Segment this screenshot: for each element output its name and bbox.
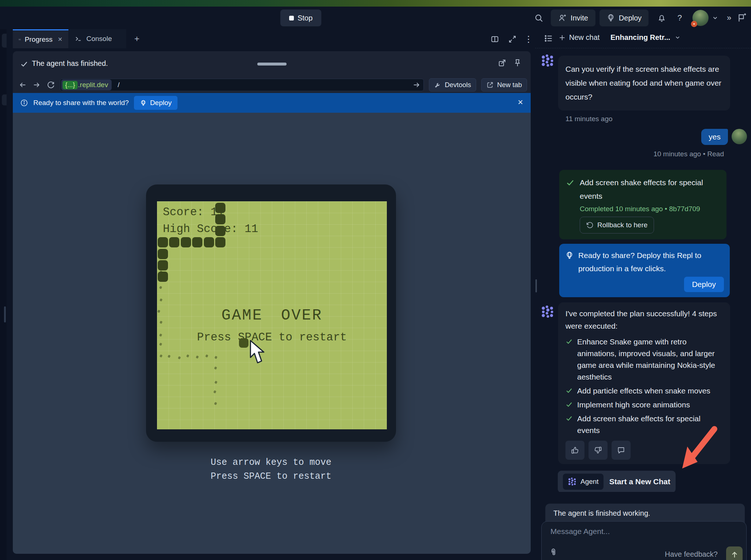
snake-segment [169, 237, 179, 247]
step-check-icon [565, 387, 573, 394]
send-button[interactable] [726, 546, 743, 560]
completed-task-card: Add screen shake effects for special eve… [559, 170, 726, 239]
devtools-button[interactable]: Devtools [429, 78, 476, 92]
particle [196, 355, 199, 359]
sidebar-resize-handle[interactable] [4, 306, 6, 322]
double-chevron-label: » [727, 13, 731, 23]
pin-icon[interactable] [513, 59, 522, 67]
replit-workspace: Stop Invite Deploy ? ✦ » [0, 0, 751, 560]
attachment-paperclip-icon[interactable] [549, 548, 558, 557]
avatar[interactable]: ✦ [692, 10, 709, 26]
split-view-icon[interactable] [487, 33, 502, 45]
open-new-tab-button[interactable]: New tab [481, 78, 527, 92]
deploy-icon [565, 251, 574, 260]
check-icon [20, 60, 28, 68]
banner-deploy-button[interactable]: Deploy [134, 96, 178, 110]
new-tab-button[interactable]: + [129, 29, 145, 48]
completed-steps-list: Enhance Snake game with retro animations… [565, 336, 722, 436]
banner-close-icon[interactable]: ✕ [518, 98, 523, 107]
new-thread-flag-icon[interactable] [735, 10, 749, 26]
back-icon[interactable] [19, 81, 27, 89]
deploy-button[interactable]: Deploy [599, 10, 649, 26]
thumbs-down-button[interactable] [589, 441, 608, 460]
banner-message: Ready to share with the world? [33, 99, 129, 107]
notifications-bell-icon[interactable] [654, 10, 669, 26]
particle [205, 354, 208, 358]
step-text: Add particle effects when snake moves [577, 385, 717, 397]
invite-person-icon [558, 14, 567, 22]
have-feedback-link[interactable]: Have feedback? [665, 550, 718, 559]
deploy-label: Deploy [619, 14, 642, 22]
game-screen[interactable]: Score: 11 High Score: 11 GAME OVER Press… [157, 201, 387, 429]
account-chevron-down-icon[interactable] [711, 10, 720, 26]
stop-button[interactable]: Stop [280, 10, 321, 26]
sidebar-edge-card [2, 94, 7, 105]
annotation-arrow [678, 424, 722, 473]
expand-pane-icon[interactable] [505, 33, 520, 45]
snake-segment [158, 260, 168, 270]
browser-toolbar: {...} .replit.dev / Devtools New tab [13, 77, 531, 93]
webview: Score: 11 High Score: 11 GAME OVER Press… [13, 113, 531, 554]
deploy-suggestion-card: Ready to share? Deploy this Repl to prod… [559, 244, 730, 297]
refresh-icon[interactable] [46, 81, 55, 89]
user-avatar [732, 129, 747, 144]
chat-scrollbar[interactable] [535, 279, 537, 292]
particle [214, 402, 217, 405]
agent-logo-icon [568, 477, 577, 486]
invite-label: Invite [571, 14, 588, 22]
particle [159, 286, 162, 289]
url-subdomain-badge: {...} [63, 81, 78, 89]
pane-kebab-menu[interactable]: ⋮ [521, 33, 536, 45]
session-selector[interactable]: Enhancing Retr... [610, 33, 681, 42]
particle [214, 356, 217, 359]
agent-message-bubble: Can you verify if the screen shake effec… [558, 56, 730, 111]
game-instructions: Use arrow keys to move Press SPACE to re… [146, 456, 396, 484]
snake-segment [158, 237, 168, 247]
help-button[interactable]: ? [673, 10, 686, 26]
step-check-icon [565, 338, 573, 345]
collapse-panel-icon[interactable]: » [724, 10, 734, 26]
snake-segment [215, 237, 225, 247]
snake-segment [158, 249, 168, 259]
message-input[interactable] [550, 527, 705, 536]
wallpaper-strip [0, 0, 751, 7]
collapsed-sidebar[interactable] [0, 29, 7, 560]
stop-icon [289, 16, 294, 20]
start-new-chat-bar[interactable]: Agent Start a New Chat [558, 471, 676, 492]
url-bar[interactable]: {...} .replit.dev / [60, 79, 424, 91]
step-item: Add particle effects when snake moves [565, 385, 722, 397]
snake-segment [181, 237, 191, 247]
message-input-box[interactable]: Have feedback? [541, 521, 747, 560]
new-tab-label: New tab [497, 81, 522, 89]
tab-console[interactable]: Console [69, 29, 126, 48]
comment-button[interactable] [612, 441, 631, 460]
agent-chat-panel: New chat Enhancing Retr... Can you verif… [535, 29, 751, 560]
new-chat-button[interactable]: New chat [558, 33, 599, 42]
particle [160, 298, 162, 302]
tab-progress[interactable]: Progress ✕ [13, 29, 68, 48]
snake-segment [215, 214, 225, 224]
invite-button[interactable]: Invite [551, 10, 595, 26]
snake-segment [192, 237, 202, 247]
drag-handle[interactable] [257, 63, 287, 66]
deploy-icon [606, 14, 615, 22]
particle [159, 343, 162, 346]
rollback-button[interactable]: Rollback to here [580, 217, 654, 234]
particle [160, 354, 162, 358]
message-timestamp: 11 minutes ago [565, 115, 749, 123]
chat-history-icon[interactable] [544, 34, 553, 43]
forward-icon[interactable] [33, 81, 41, 89]
thumbs-up-button[interactable] [565, 441, 584, 460]
agent-message-row: Can you verify if the screen shake effec… [541, 51, 749, 111]
tab-close-icon[interactable]: ✕ [58, 36, 63, 43]
go-arrow-icon[interactable] [412, 81, 421, 89]
deploy-card-button[interactable]: Deploy [684, 277, 724, 292]
popout-icon[interactable] [498, 59, 507, 67]
wrench-icon [434, 81, 441, 89]
step-check-icon [565, 401, 573, 408]
terminal-icon [75, 35, 83, 43]
url-path: / [117, 81, 412, 89]
banner-deploy-label: Deploy [150, 99, 172, 107]
search-icon[interactable] [531, 10, 546, 26]
game-frame: Score: 11 High Score: 11 GAME OVER Press… [146, 184, 396, 442]
